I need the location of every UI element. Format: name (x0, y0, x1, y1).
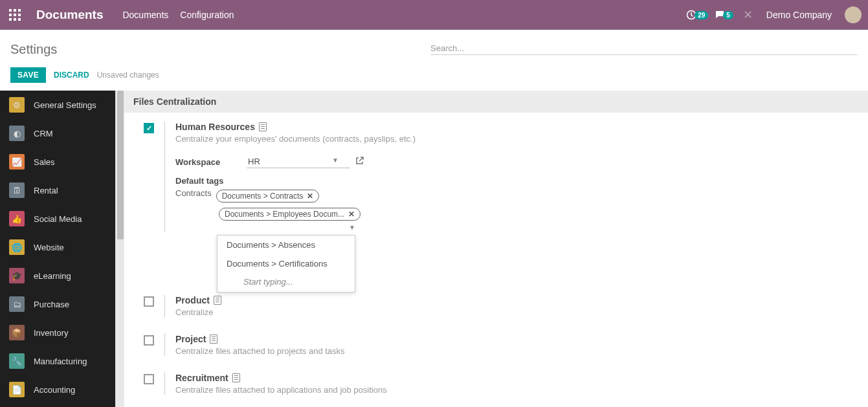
sidebar-item[interactable]: 🎓eLearning (0, 261, 115, 290)
company-name[interactable]: Demo Company (762, 10, 836, 20)
activity-badge: 29 (695, 11, 708, 19)
sidebar-icon: 📈 (9, 154, 25, 170)
setting-product: Product Centralize (137, 295, 868, 317)
chevron-down-icon[interactable]: ▼ (349, 224, 355, 231)
activity-button[interactable]: 29 (686, 10, 708, 20)
sidebar-label: General Settings (34, 100, 96, 110)
checkbox-human-resources[interactable] (144, 123, 154, 133)
svg-rect-7 (14, 18, 16, 21)
svg-rect-1 (14, 9, 16, 12)
settings-content: Files Centralization Human Resources Cen… (124, 91, 868, 407)
unsaved-changes-label: Unsaved changes (97, 71, 159, 80)
sidebar-label: CRM (34, 129, 53, 138)
svg-rect-5 (18, 14, 21, 16)
setting-title: Project (175, 334, 868, 344)
sidebar-label: Rental (34, 186, 58, 195)
sidebar-label: Sales (34, 157, 55, 167)
menu-documents[interactable]: Documents (122, 10, 168, 20)
svg-rect-0 (9, 9, 12, 12)
sidebar-item[interactable]: 🗓Rental (0, 176, 115, 204)
document-icon (232, 373, 240, 382)
sidebar-item[interactable]: 📄Accounting (0, 375, 115, 404)
svg-rect-2 (18, 9, 21, 12)
sidebar-icon: 🌐 (9, 239, 25, 255)
grid-icon (9, 9, 21, 21)
sidebar-icon: 🎓 (9, 268, 25, 283)
document-icon (210, 335, 217, 344)
svg-rect-4 (14, 14, 16, 16)
svg-rect-8 (18, 18, 21, 21)
sidebar-label: eLearning (34, 271, 71, 281)
sidebar-icon: ◐ (9, 126, 25, 141)
sidebar-label: Social Media (34, 214, 82, 224)
sidebar-item[interactable]: 🌐Website (0, 233, 115, 261)
sidebar-scrollbar[interactable] (115, 91, 124, 407)
tag-remove-icon[interactable]: ✕ (307, 192, 313, 201)
sidebar-icon: 🔧 (9, 353, 25, 369)
setting-title: Human Resources (175, 122, 868, 132)
sidebar-icon: 📦 (9, 325, 25, 340)
apps-menu-button[interactable] (0, 0, 30, 30)
document-icon (214, 296, 221, 305)
messages-button[interactable]: 5 (715, 10, 733, 20)
setting-human-resources: Human Resources Centralize your employee… (137, 122, 868, 232)
default-tags-label: Default tags (175, 176, 868, 186)
setting-desc: Centralize files attached to application… (175, 385, 868, 395)
tags-dropdown: Documents > Absences Documents > Certifi… (217, 235, 355, 292)
dropdown-item[interactable]: Documents > Certifications (217, 254, 355, 273)
svg-rect-6 (9, 18, 12, 21)
checkbox-project[interactable] (144, 335, 154, 346)
search-input[interactable] (430, 43, 858, 53)
setting-recruitment: Recruitment Centralize files attached to… (137, 373, 868, 395)
sidebar-item[interactable]: 🔧Manufacturing (0, 347, 115, 375)
sidebar-icon: 👍 (9, 211, 25, 226)
sidebar-item[interactable]: ◐CRM (0, 119, 115, 148)
sidebar-label: Inventory (34, 328, 68, 338)
sidebar-item[interactable]: ✚Project (0, 404, 115, 407)
setting-desc: Centralize files attached to projects an… (175, 346, 868, 356)
document-icon (259, 122, 267, 131)
sidebar-icon: ⚙ (9, 97, 25, 113)
sidebar-icon: 🗂 (9, 296, 25, 312)
close-button[interactable]: ✕ (740, 8, 756, 22)
settings-sidebar: ⚙General Settings◐CRM📈Sales🗓Rental👍Socia… (0, 91, 115, 407)
sidebar-icon: 🗓 (9, 182, 25, 198)
sidebar-label: Website (34, 243, 64, 252)
dropdown-item[interactable]: Documents > Absences (217, 236, 355, 254)
tag-remove-icon[interactable]: ✕ (348, 210, 355, 219)
sidebar-item[interactable]: ⚙General Settings (0, 91, 115, 119)
setting-project: Project Centralize files attached to pro… (137, 334, 868, 356)
tag-chip[interactable]: Documents > Contracts✕ (216, 190, 320, 203)
discard-button[interactable]: DISCARD (54, 71, 89, 80)
checkbox-recruitment[interactable] (144, 374, 154, 384)
workspace-label: Workspace (175, 157, 247, 167)
messages-badge: 5 (723, 11, 733, 19)
sidebar-item[interactable]: 👍Social Media (0, 204, 115, 233)
section-header: Files Centralization (124, 91, 868, 113)
sidebar-item[interactable]: 📈Sales (0, 148, 115, 176)
svg-rect-3 (9, 14, 12, 16)
sidebar-item[interactable]: 📦Inventory (0, 318, 115, 347)
workspace-select[interactable]: HR ▼ (247, 155, 350, 168)
sidebar-label: Purchase (34, 300, 69, 309)
app-title[interactable]: Documents (30, 8, 122, 22)
setting-desc: Centralize (175, 307, 868, 317)
tag-chip[interactable]: Documents > Employees Docum...✕ (219, 208, 361, 221)
scroll-thumb[interactable] (117, 91, 124, 239)
user-avatar[interactable] (845, 6, 862, 23)
sidebar-icon: 📄 (9, 382, 25, 397)
page-title: Settings (10, 42, 57, 57)
setting-desc: Centralize your employees' documents (co… (175, 134, 868, 144)
sidebar-label: Accounting (34, 385, 75, 395)
setting-title: Recruitment (175, 373, 868, 383)
sidebar-item[interactable]: 🗂Purchase (0, 290, 115, 318)
save-button[interactable]: SAVE (10, 67, 46, 83)
menu-configuration[interactable]: Configuration (180, 10, 234, 20)
dropdown-typing-hint: Start typing... (217, 273, 355, 292)
setting-title: Product (175, 295, 868, 305)
checkbox-product[interactable] (144, 296, 154, 307)
sidebar-label: Manufacturing (34, 357, 87, 366)
chevron-down-icon: ▼ (332, 157, 339, 164)
tags-sublabel: Contracts (175, 188, 212, 198)
external-link-icon[interactable] (355, 157, 364, 167)
